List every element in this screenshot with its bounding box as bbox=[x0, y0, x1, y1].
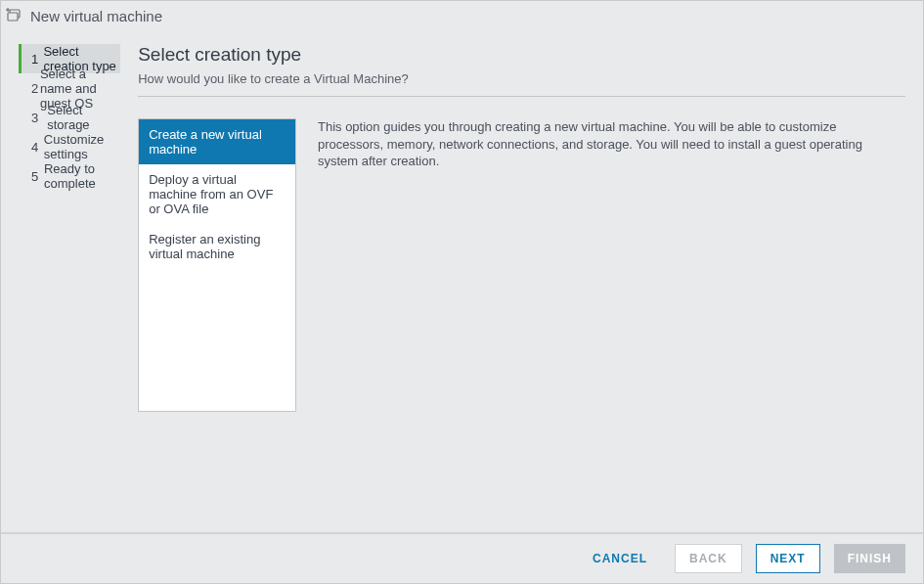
cancel-button[interactable]: Cancel bbox=[579, 544, 661, 573]
step-number: 5 bbox=[31, 169, 44, 184]
page-title: Select creation type bbox=[138, 36, 905, 66]
page-subtitle: How would you like to create a Virtual M… bbox=[138, 66, 905, 97]
dialog-footer: Cancel Back Next Finish bbox=[1, 532, 923, 583]
wizard-main-panel: Select creation type How would you like … bbox=[138, 36, 905, 532]
finish-button: Finish bbox=[834, 544, 905, 573]
step-select-name-guest-os[interactable]: 2 Select a name and guest OS bbox=[19, 73, 120, 103]
dialog-header: New virtual machine bbox=[1, 1, 923, 36]
dialog-title: New virtual machine bbox=[30, 8, 162, 24]
step-number: 3 bbox=[31, 111, 47, 125]
step-label: Ready to complete bbox=[44, 161, 120, 191]
back-button: Back bbox=[675, 544, 742, 573]
option-create-new-vm[interactable]: Create a new virtual machine bbox=[139, 119, 295, 164]
wizard-dialog: New virtual machine 1 Select creation ty… bbox=[0, 0, 924, 584]
step-ready-to-complete[interactable]: 5 Ready to complete bbox=[19, 161, 120, 191]
step-customize-settings[interactable]: 4 Customize settings bbox=[19, 132, 120, 161]
svg-rect-1 bbox=[8, 13, 18, 21]
option-description: This option guides you through creating … bbox=[318, 118, 905, 532]
wizard-steps-sidebar: 1 Select creation type 2 Select a name a… bbox=[19, 36, 120, 532]
step-label: Select storage bbox=[47, 103, 120, 132]
new-vm-icon bbox=[5, 7, 22, 24]
step-label: Customize settings bbox=[44, 132, 120, 161]
step-select-storage[interactable]: 3 Select storage bbox=[19, 103, 120, 132]
content-row: Create a new virtual machine Deploy a vi… bbox=[138, 97, 905, 532]
step-number: 1 bbox=[31, 52, 43, 67]
dialog-body: 1 Select creation type 2 Select a name a… bbox=[1, 36, 923, 532]
step-number: 2 bbox=[31, 81, 40, 96]
option-deploy-ovf-ova[interactable]: Deploy a virtual machine from an OVF or … bbox=[139, 164, 295, 224]
option-register-existing-vm[interactable]: Register an existing virtual machine bbox=[139, 224, 295, 269]
step-number: 4 bbox=[31, 140, 44, 155]
next-button[interactable]: Next bbox=[756, 544, 820, 573]
creation-type-list: Create a new virtual machine Deploy a vi… bbox=[138, 118, 296, 412]
